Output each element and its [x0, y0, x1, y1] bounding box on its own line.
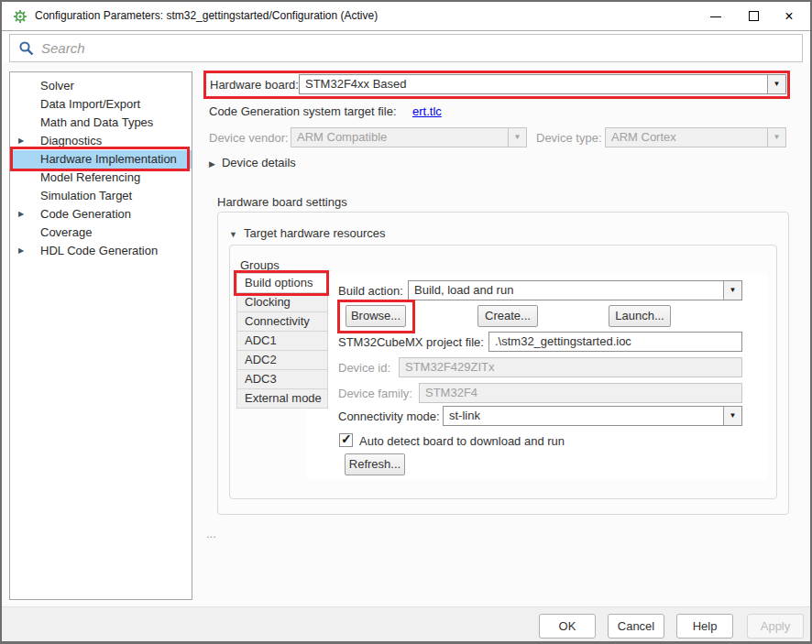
group-item-connectivity[interactable]: Connectivity — [237, 312, 327, 332]
chevron-down-icon[interactable]: ▼ — [723, 281, 741, 300]
window-title: Configuration Parameters: stm32_gettings… — [35, 2, 378, 30]
chevron-down-icon: ▼ — [508, 128, 526, 147]
sidebar-item-coverage[interactable]: Coverage — [10, 224, 192, 242]
device-type-value: ARM Cortex — [611, 130, 676, 144]
group-item-build-options[interactable]: Build options — [237, 274, 327, 293]
maximize-icon — [749, 11, 759, 21]
browse-button[interactable]: Browse... — [346, 305, 406, 327]
sidebar-item-code-generation[interactable]: ▶Code Generation — [10, 205, 192, 224]
device-id-label: Device id: — [338, 361, 390, 375]
cancel-button[interactable]: Cancel — [608, 614, 664, 639]
chevron-down-icon[interactable]: ▼ — [723, 407, 741, 425]
expand-arrow-icon[interactable]: ▶ — [18, 132, 31, 150]
sidebar-item-simulation-target[interactable]: Simulation Target — [10, 187, 192, 205]
ok-button[interactable]: OK — [539, 614, 596, 639]
sidebar-item-solver[interactable]: Solver — [10, 77, 192, 95]
sidebar-item-model-referencing[interactable]: Model Referencing — [10, 169, 192, 187]
ert-tlc-link[interactable]: ert.tlc — [412, 104, 442, 118]
refresh-button[interactable]: Refresh... — [345, 453, 405, 475]
device-type-dropdown: ARM Cortex ▼ — [605, 127, 786, 147]
device-vendor-label: Device vendor: — [209, 131, 289, 145]
build-action-value: Build, load and run — [414, 283, 513, 297]
device-family-label: Device family: — [338, 387, 412, 400]
minimize-button[interactable] — [700, 3, 731, 29]
device-type-label: Device type: — [536, 131, 602, 145]
close-button[interactable]: × — [774, 3, 805, 29]
connectivity-mode-label: Connectivity mode: — [338, 409, 440, 423]
title-bar: Configuration Parameters: stm32_gettings… — [2, 2, 810, 31]
sidebar-item-math-and-data-types[interactable]: Math and Data Types — [10, 114, 192, 132]
target-file-label: Code Generation system target file: — [209, 104, 397, 118]
sidebar-item-diagnostics[interactable]: ▶Diagnostics — [10, 132, 192, 150]
project-file-label: STM32CubeMX project file: — [338, 335, 484, 349]
chevron-down-icon: ▼ — [767, 128, 785, 147]
category-tree: Solver Data Import/Export Math and Data … — [9, 71, 192, 600]
device-details-expander[interactable]: ▶Device details — [209, 156, 296, 169]
device-id-field: STM32F429ZITx — [399, 357, 742, 377]
device-vendor-dropdown: ARM Compatible ▼ — [291, 127, 527, 147]
groups-list: Build options Clocking Connectivity ADC1… — [236, 273, 328, 409]
project-file-input[interactable]: .\stm32_gettingstarted.ioc — [488, 332, 742, 352]
groups-label: Groups — [240, 258, 280, 272]
group-item-clocking[interactable]: Clocking — [237, 293, 327, 312]
apply-button: Apply — [747, 614, 804, 639]
device-family-field: STM32F4 — [419, 383, 742, 403]
launch-button[interactable]: Launch... — [609, 305, 671, 327]
search-input[interactable]: Search — [9, 34, 803, 62]
connectivity-mode-value: st-link — [449, 409, 480, 422]
hardware-board-label: Hardware board: — [210, 78, 299, 92]
sidebar-item-hdl-code-generation[interactable]: ▶HDL Code Generation — [10, 242, 192, 260]
close-icon: × — [785, 8, 793, 24]
auto-detect-label: Auto detect board to download and run — [359, 434, 565, 448]
group-item-external-mode[interactable]: External mode — [237, 389, 327, 408]
connectivity-mode-dropdown[interactable]: st-link ▼ — [443, 406, 742, 426]
create-button[interactable]: Create... — [477, 305, 538, 327]
chevron-down-icon[interactable]: ▼ — [767, 75, 785, 93]
hardware-board-dropdown[interactable]: STM32F4xx Based ▼ — [299, 74, 786, 94]
group-item-adc3[interactable]: ADC3 — [237, 370, 327, 389]
group-item-adc1[interactable]: ADC1 — [237, 332, 327, 351]
collapsed-content-ellipsis: ... — [206, 527, 216, 540]
auto-detect-checkbox[interactable] — [339, 433, 353, 447]
expand-arrow-icon[interactable]: ▶ — [18, 242, 31, 260]
expand-arrow-icon[interactable]: ▶ — [209, 159, 215, 169]
collapse-arrow-icon[interactable]: ▼ — [229, 230, 237, 239]
sidebar-item-hardware-implementation[interactable]: Hardware Implementation — [10, 150, 192, 169]
search-placeholder: Search — [41, 35, 85, 61]
minimize-icon — [710, 16, 721, 17]
configuration-parameters-dialog: Configuration Parameters: stm32_gettings… — [0, 0, 812, 644]
help-button[interactable]: Help — [676, 614, 733, 639]
expand-arrow-icon[interactable]: ▶ — [18, 205, 31, 224]
build-action-dropdown[interactable]: Build, load and run ▼ — [408, 280, 742, 300]
board-settings-title: Hardware board settings — [217, 195, 347, 209]
device-vendor-value: ARM Compatible — [297, 130, 387, 144]
dialog-button-bar: OK Cancel Help Apply — [2, 606, 810, 641]
simulink-gear-icon — [13, 9, 27, 24]
search-icon — [18, 40, 35, 57]
build-action-label: Build action: — [338, 284, 403, 298]
group-item-adc2[interactable]: ADC2 — [237, 351, 327, 370]
target-hardware-resources-expander[interactable]: ▼Target hardware resources — [229, 226, 386, 240]
sidebar-item-data-import-export[interactable]: Data Import/Export — [10, 95, 192, 114]
hardware-board-value: STM32F4xx Based — [305, 77, 407, 91]
maximize-button[interactable] — [739, 3, 770, 29]
